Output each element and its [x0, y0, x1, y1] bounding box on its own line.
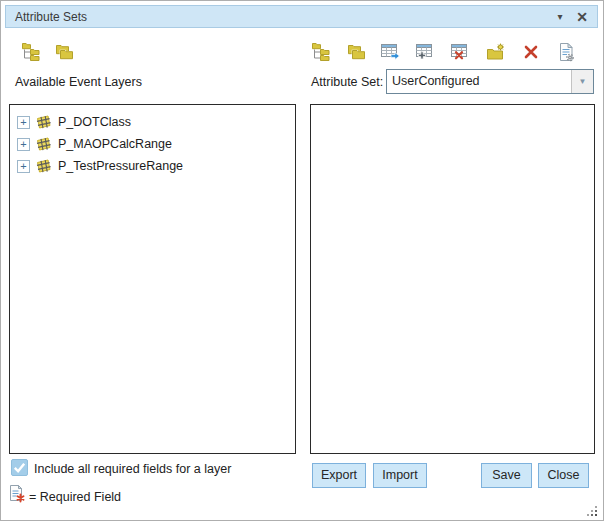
table-export-icon	[381, 43, 401, 61]
event-layer-icon	[35, 114, 52, 130]
folder-settings-icon	[486, 43, 506, 61]
expand-plus-icon[interactable]: +	[17, 116, 30, 129]
toolbar-folder-settings-button[interactable]	[484, 40, 508, 64]
tree-item-p-maopcalcrange[interactable]: + P_MAOPCalcRange	[17, 133, 295, 155]
report-settings-icon	[558, 43, 575, 62]
tree-folders-icon	[311, 42, 331, 62]
close-icon: ✕	[576, 9, 588, 25]
close-button[interactable]: ✕	[573, 6, 591, 27]
tree-folders-icon	[21, 42, 41, 62]
attribute-set-fields-list[interactable]	[310, 104, 595, 454]
import-button[interactable]: Import	[373, 463, 427, 488]
include-required-fields-checkbox[interactable]	[11, 459, 28, 476]
resize-grip[interactable]	[586, 504, 599, 517]
attribute-set-label: Attribute Set:	[311, 75, 383, 89]
tree-item-label: P_MAOPCalcRange	[58, 137, 172, 151]
event-layer-icon	[35, 136, 52, 152]
toolbar-left-copy-button[interactable]	[52, 40, 76, 64]
attribute-sets-dialog: Attribute Sets ▾ ✕	[0, 0, 604, 521]
expand-plus-icon[interactable]: +	[17, 138, 30, 151]
combobox-dropdown-button[interactable]: ▼	[571, 70, 593, 93]
caret-down-icon: ▾	[557, 11, 562, 22]
checkmark-icon	[12, 460, 27, 475]
toolbar-left-tree-button[interactable]	[19, 40, 43, 64]
required-field-icon	[9, 484, 26, 508]
save-button[interactable]: Save	[481, 463, 532, 488]
tree-item-p-dotclass[interactable]: + P_DOTClass	[17, 111, 295, 133]
toolbar-right-copy-button[interactable]	[344, 40, 368, 64]
titlebar[interactable]: Attribute Sets ▾ ✕	[5, 5, 598, 28]
toolbar-remove-table-button[interactable]	[449, 40, 473, 64]
available-event-layers-list[interactable]: + P_DOTClass + P_MAOPCalcRang	[9, 104, 296, 454]
required-field-note: = Required Field	[29, 490, 121, 504]
event-layer-icon	[35, 158, 52, 174]
resize-grip-icon	[586, 505, 599, 518]
close-dialog-button[interactable]: Close	[538, 463, 589, 488]
toolbar-report-settings-button[interactable]	[554, 40, 578, 64]
tree-item-label: P_DOTClass	[58, 115, 131, 129]
export-button[interactable]: Export	[312, 463, 366, 488]
event-layer-tree: + P_DOTClass + P_MAOPCalcRang	[10, 105, 295, 177]
copy-folders-icon	[54, 43, 74, 61]
copy-folders-icon	[346, 43, 366, 61]
include-required-fields-label: Include all required fields for a layer	[34, 462, 231, 476]
tree-item-label: P_TestPressureRange	[58, 159, 183, 173]
table-add-icon	[416, 43, 436, 61]
toolbar-add-table-button[interactable]	[414, 40, 438, 64]
table-remove-icon	[451, 43, 471, 61]
toolbar-delete-button[interactable]	[519, 40, 543, 64]
window-title: Attribute Sets	[6, 10, 87, 24]
available-event-layers-heading: Available Event Layers	[15, 75, 142, 89]
attribute-set-value: UserConfigured	[387, 70, 571, 93]
toolbar-right-tree-button[interactable]	[309, 40, 333, 64]
attribute-set-combobox[interactable]: UserConfigured ▼	[386, 69, 594, 94]
caret-down-icon: ▼	[579, 77, 587, 86]
collapse-button[interactable]: ▾	[551, 6, 569, 27]
toolbar-export-table-button[interactable]	[379, 40, 403, 64]
expand-plus-icon[interactable]: +	[17, 160, 30, 173]
delete-x-icon	[523, 44, 539, 60]
tree-item-p-testpressurerange[interactable]: + P_TestPressureRange	[17, 155, 295, 177]
